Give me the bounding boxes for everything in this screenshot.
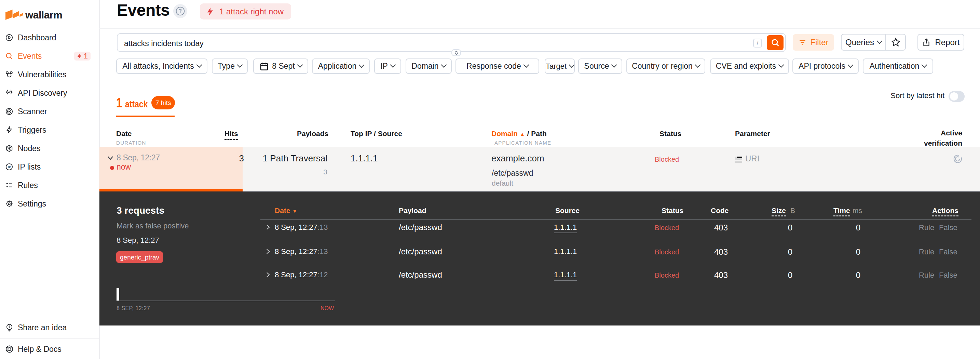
svg-text:IP: IP bbox=[8, 166, 11, 169]
